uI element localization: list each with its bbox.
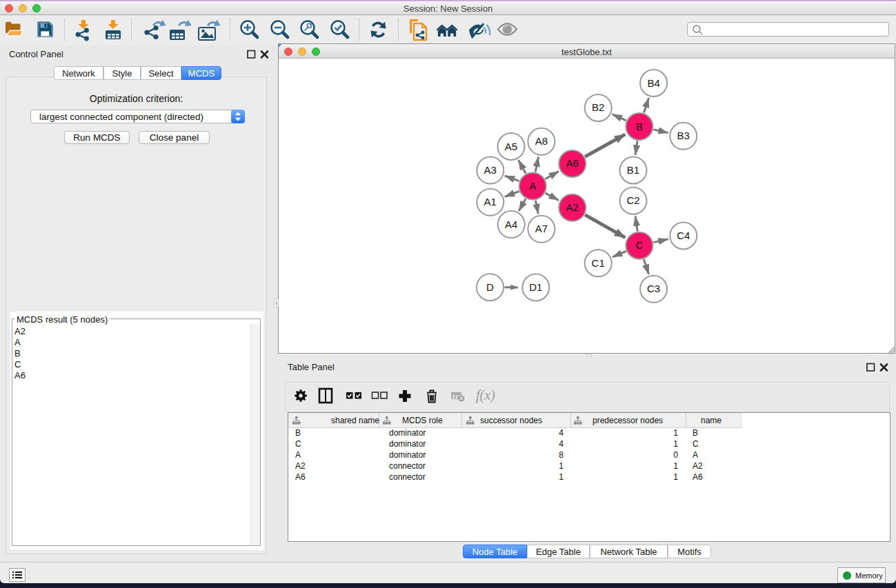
svg-text:C: C: [635, 239, 643, 251]
svg-text:A6: A6: [566, 157, 579, 169]
svg-text:B2: B2: [592, 101, 604, 113]
svg-text:C1: C1: [592, 257, 605, 269]
svg-text:A5: A5: [505, 141, 517, 152]
svg-text:A4: A4: [505, 219, 517, 230]
svg-text:C2: C2: [626, 194, 639, 206]
svg-text:D: D: [486, 281, 494, 293]
svg-text:B3: B3: [677, 130, 690, 141]
svg-text:A8: A8: [535, 135, 548, 147]
svg-text:B4: B4: [647, 77, 659, 89]
svg-text:f(x): f(x): [476, 387, 495, 403]
svg-text:B: B: [636, 121, 643, 132]
svg-text:B1: B1: [627, 164, 639, 176]
svg-text:A1: A1: [484, 196, 497, 207]
svg-text:A2: A2: [566, 201, 579, 213]
svg-text:A3: A3: [484, 164, 497, 176]
svg-text:A: A: [529, 180, 536, 192]
svg-text:C3: C3: [647, 283, 660, 294]
svg-text:C4: C4: [677, 230, 690, 241]
svg-text:D1: D1: [529, 281, 542, 293]
svg-text:A7: A7: [535, 223, 548, 234]
